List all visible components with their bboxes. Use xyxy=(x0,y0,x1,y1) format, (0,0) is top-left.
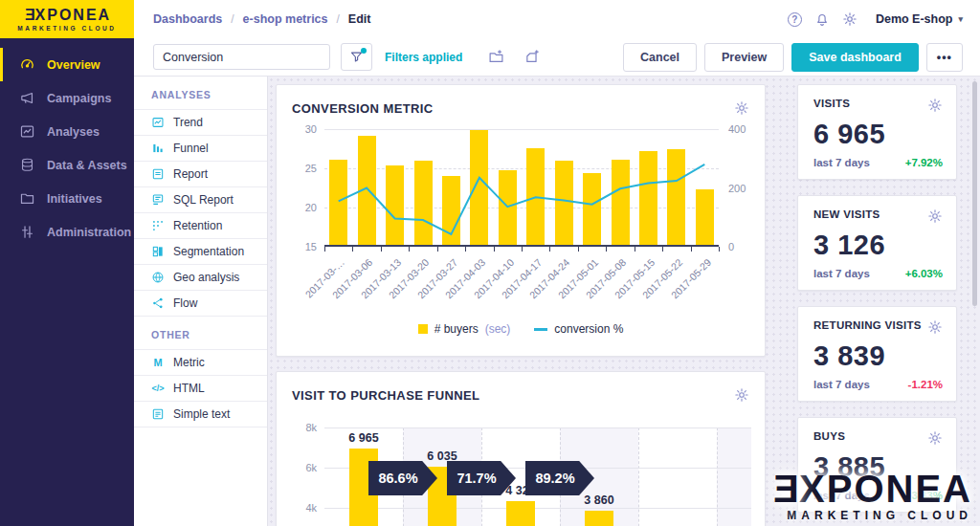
gridline xyxy=(324,427,751,428)
x-tick xyxy=(662,247,663,252)
panel-item-segmentation[interactable]: Segmentation xyxy=(134,239,267,265)
sidebar-item-overview[interactable]: Overview xyxy=(0,48,134,81)
filter-badge-dot xyxy=(361,48,367,54)
buys-widget[interactable]: BUYS 3 885 last 7 days+3.33% xyxy=(797,417,957,513)
x-axis-labels: 2017-03-…2017-03-062017-03-132017-03-202… xyxy=(324,254,719,316)
dashboard-canvas: CONVERSION METRIC 3025201540020002017-03… xyxy=(268,77,980,526)
y-axis-left-label: 20 xyxy=(292,202,317,213)
account-menu[interactable]: Demo E-shop ▾ xyxy=(876,12,963,26)
funnel-plot-area: 6 9656 0354 3253 86086.6%71.7%89.2% xyxy=(324,427,751,526)
sidebar-item-initiatives[interactable]: Initiatives xyxy=(0,182,134,215)
conversion-metric-widget[interactable]: CONVERSION METRIC 3025201540020002017-03… xyxy=(276,84,766,357)
conversion-legend-label: conversion % xyxy=(554,322,623,336)
preview-button[interactable]: Preview xyxy=(704,43,784,72)
search-input[interactable] xyxy=(153,44,330,70)
conversion-line xyxy=(324,129,719,247)
brand-tagline: MARKETING CLOUD xyxy=(17,25,116,32)
new-visits-widget[interactable]: NEW VISITS 3 126 last 7 days+6.03% xyxy=(797,195,957,291)
breadcrumb-separator: / xyxy=(337,12,340,26)
funnel-step-stripe xyxy=(638,427,717,526)
funnel-bar xyxy=(585,511,613,526)
metric-delta: +3.33% xyxy=(905,490,943,501)
top-header: Dashboards / e-shop metrics / Edit ? Dem… xyxy=(134,0,980,38)
breadcrumb-dashboard-name[interactable]: e-shop metrics xyxy=(243,12,328,26)
x-tick xyxy=(494,247,495,252)
globe-icon xyxy=(151,271,165,284)
help-icon[interactable]: ? xyxy=(788,12,802,27)
vertical-scrollbar[interactable] xyxy=(972,81,977,306)
panel-item-html[interactable]: </> HTML xyxy=(134,376,267,402)
panel-item-funnel[interactable]: Funnel xyxy=(134,136,267,162)
widget-panel: ANALYSES Trend Funnel Report SQL Report xyxy=(134,77,268,526)
conversion-chart: 3025201540020002017-03-…2017-03-062017-0… xyxy=(292,129,749,347)
panel-item-simple-text[interactable]: Simple text xyxy=(134,402,267,427)
y-axis-left-label: 15 xyxy=(292,241,317,252)
add-tag-icon[interactable] xyxy=(524,49,541,65)
funnel-value-label: 3 860 xyxy=(584,493,613,507)
sidebar-item-campaigns[interactable]: Campaigns xyxy=(0,81,134,115)
edit-toolbar: Filters applied Cancel Preview Save dash… xyxy=(134,38,980,77)
panel-item-metric[interactable]: M Metric xyxy=(134,350,267,376)
x-tick xyxy=(465,247,466,252)
add-folder-icon[interactable] xyxy=(488,49,504,65)
buyers-legend-suffix: (sec) xyxy=(485,322,511,336)
x-tick xyxy=(578,247,579,252)
sidebar-item-administration[interactable]: Administration xyxy=(0,215,134,249)
report-icon xyxy=(151,167,165,181)
visits-widget[interactable]: VISITS 6 965 last 7 days+7.92% xyxy=(797,84,957,180)
breadcrumb-dashboards[interactable]: Dashboards xyxy=(153,12,222,26)
widget-settings-gear-icon[interactable] xyxy=(927,208,943,224)
funnel-chart: 8k6k4k6 9656 0354 3253 86086.6%71.7%89.2… xyxy=(292,414,749,526)
filter-button[interactable] xyxy=(341,43,372,71)
filters-applied-label[interactable]: Filters applied xyxy=(385,51,462,64)
breadcrumb-edit: Edit xyxy=(348,12,371,26)
folder-icon xyxy=(19,190,35,207)
text-doc-icon xyxy=(151,407,165,421)
app-window: EXPONEA MARKETING CLOUD Overview Campaig… xyxy=(0,0,980,526)
chart-square-icon xyxy=(19,123,35,140)
funnel-widget[interactable]: VISIT TO PURCHASE FUNNEL 8k6k4k6 9656 03… xyxy=(276,371,766,526)
widget-title: CONVERSION METRIC xyxy=(292,101,434,116)
more-options-button[interactable]: ••• xyxy=(926,43,963,72)
panel-item-geo-analysis[interactable]: Geo analysis xyxy=(134,265,267,291)
save-dashboard-button[interactable]: Save dashboard xyxy=(791,43,919,72)
metric-value: 3 126 xyxy=(813,231,943,259)
widget-settings-gear-icon[interactable] xyxy=(734,387,749,403)
x-tick xyxy=(549,247,550,252)
panel-item-report[interactable]: Report xyxy=(134,162,267,187)
panel-item-trend[interactable]: Trend xyxy=(134,110,267,136)
settings-gear-icon[interactable] xyxy=(842,11,858,27)
x-tick xyxy=(691,247,692,252)
returning-visits-widget[interactable]: RETURNING VISITS 3 839 last 7 days-1.21% xyxy=(797,306,957,402)
trend-icon xyxy=(151,116,165,129)
cancel-button[interactable]: Cancel xyxy=(623,43,697,72)
sidebar-item-analyses[interactable]: Analyses xyxy=(0,115,134,148)
panel-item-retention[interactable]: Retention xyxy=(134,213,267,239)
funnel-y-label: 6k xyxy=(292,462,317,473)
metric-value: 6 965 xyxy=(813,121,943,148)
code-icon: </> xyxy=(151,384,165,393)
funnel-step-stripe xyxy=(717,427,751,526)
x-tick xyxy=(381,247,382,252)
x-tick xyxy=(522,247,523,252)
bell-icon[interactable] xyxy=(814,11,830,27)
brand-wordmark: EXPONEA xyxy=(23,8,111,23)
brand-logo[interactable]: EXPONEA MARKETING CLOUD xyxy=(0,0,134,38)
metric-delta: -1.21% xyxy=(908,379,943,390)
database-icon xyxy=(19,157,35,173)
widget-settings-gear-icon[interactable] xyxy=(734,100,749,116)
y-axis-left-label: 30 xyxy=(292,123,317,135)
widget-settings-gear-icon[interactable] xyxy=(927,98,943,113)
metric-delta: +7.92% xyxy=(905,157,943,168)
metric-delta: +6.03% xyxy=(905,268,943,279)
main-sidebar: EXPONEA MARKETING CLOUD Overview Campaig… xyxy=(0,0,134,526)
x-tick xyxy=(437,247,438,252)
sidebar-item-data-assets[interactable]: Data & Assets xyxy=(0,148,134,182)
widget-settings-gear-icon[interactable] xyxy=(927,430,943,446)
widget-settings-gear-icon[interactable] xyxy=(927,319,943,335)
panel-item-sql-report[interactable]: SQL Report xyxy=(134,187,267,213)
chevron-down-icon: ▾ xyxy=(958,14,963,24)
panel-section-other: OTHER xyxy=(134,317,267,350)
panel-item-flow[interactable]: Flow xyxy=(134,291,267,317)
funnel-bars-icon xyxy=(151,142,165,155)
